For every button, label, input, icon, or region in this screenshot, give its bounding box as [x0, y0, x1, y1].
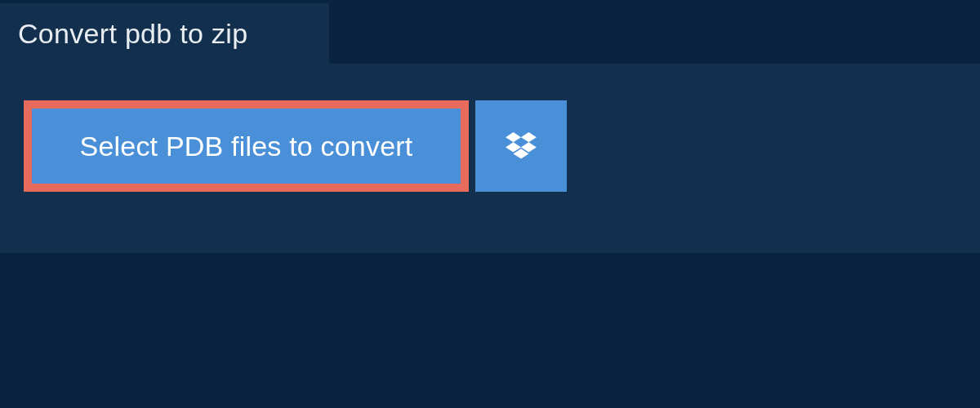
tab-label: Convert pdb to zip — [18, 18, 247, 50]
select-files-label: Select PDB files to convert — [80, 131, 413, 162]
dropbox-button[interactable] — [475, 100, 567, 192]
dropbox-icon — [506, 132, 537, 160]
tab-convert[interactable]: Convert pdb to zip — [0, 3, 329, 64]
select-files-button[interactable]: Select PDB files to convert — [24, 100, 469, 192]
main-panel: Select PDB files to convert — [0, 64, 980, 253]
button-row: Select PDB files to convert — [24, 100, 567, 192]
